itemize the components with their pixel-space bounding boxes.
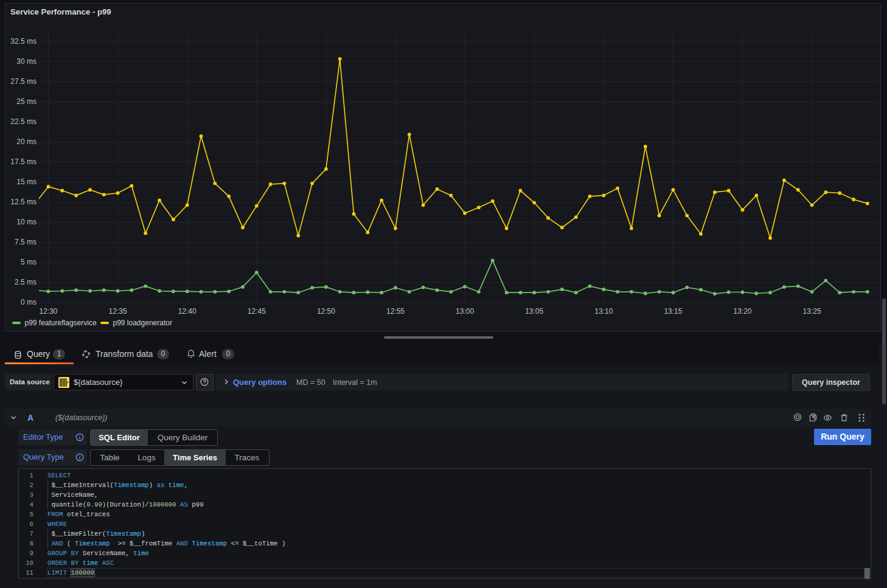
svg-text:10 ms: 10 ms [16,218,37,226]
svg-text:12:40: 12:40 [178,307,197,316]
svg-text:7.5 ms: 7.5 ms [15,238,37,246]
svg-text:27.5 ms: 27.5 ms [10,77,37,86]
svg-text:13:25: 13:25 [803,307,821,316]
svg-text:13:15: 13:15 [664,307,682,316]
svg-text:30 ms: 30 ms [16,57,37,66]
svg-text:13:00: 13:00 [456,307,474,316]
svg-text:32.5 ms: 32.5 ms [10,37,37,46]
svg-text:5 ms: 5 ms [21,258,37,266]
svg-text:25 ms: 25 ms [16,97,37,106]
svg-text:17.5 ms: 17.5 ms [10,157,37,166]
svg-text:12:45: 12:45 [248,307,266,316]
svg-text:22.5 ms: 22.5 ms [10,117,37,126]
svg-text:2.5 ms: 2.5 ms [15,278,37,286]
svg-text:12.5 ms: 12.5 ms [10,198,37,206]
svg-text:12:30: 12:30 [39,307,57,316]
svg-text:12:55: 12:55 [386,307,405,316]
svg-text:12:50: 12:50 [317,307,335,316]
svg-text:20 ms: 20 ms [16,137,37,146]
svg-text:12:35: 12:35 [109,307,127,316]
svg-text:15 ms: 15 ms [16,178,37,186]
svg-text:13:10: 13:10 [594,307,613,316]
svg-text:0 ms: 0 ms [21,298,37,306]
svg-text:13:20: 13:20 [733,307,751,316]
svg-text:13:05: 13:05 [525,307,543,316]
